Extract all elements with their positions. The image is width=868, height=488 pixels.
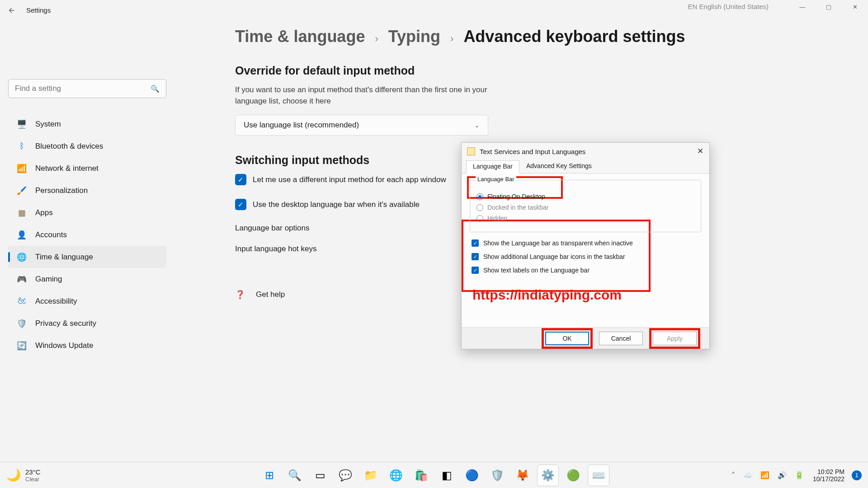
keyboard-icon[interactable]: ⌨️ [588, 465, 609, 486]
clock-time: 10:02 PM [817, 468, 844, 475]
taskbar: 🌙 23°C Clear ⊞ 🔍 ▭ 💬 📁 🌐 🛍️ ◧ 🔵 🛡️ 🦊 ⚙️ … [0, 462, 868, 488]
help-label: Get help [256, 290, 285, 299]
apply-button[interactable]: Apply [653, 332, 697, 345]
sidebar-item-privacy[interactable]: 🛡️Privacy & security [8, 312, 166, 334]
battery-icon[interactable]: 🔋 [793, 469, 806, 481]
window-controls: — ▢ ✕ [789, 0, 868, 14]
search-box[interactable]: 🔍 [8, 79, 166, 98]
search-input[interactable] [15, 84, 151, 93]
close-button[interactable]: ✕ [842, 0, 868, 14]
maximize-button[interactable]: ▢ [816, 0, 842, 14]
weather-temp: 23°C [25, 468, 41, 476]
radio-icon [476, 204, 483, 211]
dialog-titlebar[interactable]: Text Services and Input Languages ✕ [462, 143, 709, 160]
weather-condition: Clear [25, 476, 41, 483]
checkbox-transparent-inactive[interactable]: ✓ Show the Language bar as transparent w… [472, 239, 701, 247]
language-indicator[interactable]: EN English (United States) [684, 1, 773, 12]
app-icon[interactable]: 🔵 [461, 465, 483, 486]
teams-icon[interactable]: 💬 [335, 465, 356, 486]
radio-label: Hidden [487, 215, 507, 222]
weather-widget[interactable]: 🌙 23°C Clear [6, 468, 41, 483]
sidebar-item-time-language[interactable]: 🌐Time & language [8, 246, 166, 268]
ok-button[interactable]: OK [545, 332, 589, 345]
sidebar-item-label: Accessibility [35, 297, 77, 306]
brush-icon: 🖌️ [16, 185, 27, 196]
sidebar-item-label: Windows Update [35, 341, 94, 350]
checkbox-icon: ✓ [472, 253, 479, 260]
dialog-close-button[interactable]: ✕ [695, 145, 706, 156]
breadcrumb-typing[interactable]: Typing [388, 27, 440, 46]
input-method-dropdown[interactable]: Use language list (recommended) ⌄ [235, 115, 488, 136]
file-explorer-icon[interactable]: 📁 [360, 465, 382, 486]
cancel-button[interactable]: Cancel [599, 332, 643, 345]
firefox-icon[interactable]: 🦊 [512, 465, 533, 486]
clock[interactable]: 10:02 PM 10/17/2022 [813, 468, 844, 483]
sidebar-item-label: Apps [35, 208, 53, 217]
sidebar-item-apps[interactable]: ▦Apps [8, 202, 166, 224]
sidebar-item-label: Privacy & security [35, 319, 96, 328]
person-icon: 👤 [16, 230, 27, 240]
dialog-icon [467, 147, 475, 155]
dialog-tabs: Language Bar Advanced Key Settings [462, 160, 709, 174]
radio-hidden[interactable]: Hidden [476, 215, 694, 222]
help-icon: ❓ [235, 290, 245, 300]
taskbar-apps: ⊞ 🔍 ▭ 💬 📁 🌐 🛍️ ◧ 🔵 🛡️ 🦊 ⚙️ 🟢 ⌨️ [259, 465, 609, 486]
settings-icon[interactable]: ⚙️ [537, 465, 559, 486]
checkbox-label: Use the desktop language bar when it's a… [253, 200, 420, 209]
tab-advanced-key-settings[interactable]: Advanced Key Settings [519, 160, 599, 173]
tab-language-bar[interactable]: Language Bar [466, 160, 519, 174]
sidebar-item-label: System [35, 120, 61, 129]
gamepad-icon: 🎮 [16, 274, 27, 285]
breadcrumb-time-language[interactable]: Time & language [235, 27, 365, 46]
app-icon[interactable]: ◧ [436, 465, 458, 486]
highlight-annotation: OK [542, 328, 593, 349]
sidebar-item-label: Bluetooth & devices [35, 142, 103, 151]
volume-icon[interactable]: 🔊 [776, 469, 788, 481]
wifi-icon[interactable]: 📶 [759, 469, 771, 481]
start-button[interactable]: ⊞ [259, 465, 280, 486]
sidebar-item-label: Gaming [35, 275, 62, 284]
notification-badge[interactable]: 1 [852, 470, 862, 480]
sidebar-item-personalization[interactable]: 🖌️Personalization [8, 179, 166, 202]
sidebar-item-label: Time & language [35, 253, 93, 262]
dropdown-value: Use language list (recommended) [244, 121, 359, 130]
weather-icon: 🌙 [6, 468, 21, 482]
sidebar-item-network[interactable]: 📶Network & internet [8, 157, 166, 179]
sidebar-item-system[interactable]: 🖥️System [8, 113, 166, 135]
language-bar-options: ✓ Show the Language bar as transparent w… [470, 239, 701, 274]
radio-floating-on-desktop[interactable]: Floating On Desktop [476, 193, 694, 200]
search-button[interactable]: 🔍 [284, 465, 306, 486]
radio-label: Docked in the taskbar [487, 204, 548, 211]
sidebar-item-gaming[interactable]: 🎮Gaming [8, 268, 166, 290]
edge-icon[interactable]: 🌐 [385, 465, 407, 486]
dialog-title: Text Services and Input Languages [480, 148, 585, 155]
sidebar-item-bluetooth[interactable]: ᛒBluetooth & devices [8, 135, 166, 157]
chrome-icon[interactable]: 🟢 [562, 465, 584, 486]
language-bar-group: Language Bar Floating On Desktop Docked … [470, 180, 701, 232]
radio-label: Floating On Desktop [487, 193, 545, 200]
group-title: Language Bar [476, 176, 516, 183]
checkbox-text-labels[interactable]: ✓ Show text labels on the Language bar [472, 267, 701, 274]
task-view-button[interactable]: ▭ [309, 465, 331, 486]
dialog-footer: OK Cancel Apply [462, 327, 709, 349]
back-button[interactable] [6, 5, 17, 16]
mcafee-icon[interactable]: 🛡️ [486, 465, 508, 486]
minimize-button[interactable]: — [789, 0, 816, 14]
titlebar: Settings EN English (United States) — ▢ … [0, 0, 868, 20]
sidebar-item-windows-update[interactable]: 🔄Windows Update [8, 334, 166, 357]
checkbox-label: Show text labels on the Language bar [483, 267, 590, 274]
sidebar-item-accessibility[interactable]: 🙵Accessibility [8, 290, 166, 312]
section-override-title: Override for default input method [235, 64, 687, 77]
tray-overflow-icon[interactable]: ˄ [730, 469, 737, 481]
store-icon[interactable]: 🛍️ [410, 465, 432, 486]
sidebar-item-label: Personalization [35, 186, 88, 195]
sidebar-item-accounts[interactable]: 👤Accounts [8, 224, 166, 246]
radio-docked-taskbar[interactable]: Docked in the taskbar [476, 204, 694, 211]
checkbox-additional-icons[interactable]: ✓ Show additional Language bar icons in … [472, 253, 701, 260]
globe-icon: 🌐 [16, 252, 27, 263]
checkbox-icon: ✓ [472, 267, 479, 274]
checkbox-icon: ✓ [235, 174, 246, 185]
search-container: 🔍 [8, 79, 166, 98]
section-override-desc: If you want to use an input method that'… [235, 84, 488, 107]
onedrive-icon[interactable]: ☁️ [741, 469, 754, 481]
